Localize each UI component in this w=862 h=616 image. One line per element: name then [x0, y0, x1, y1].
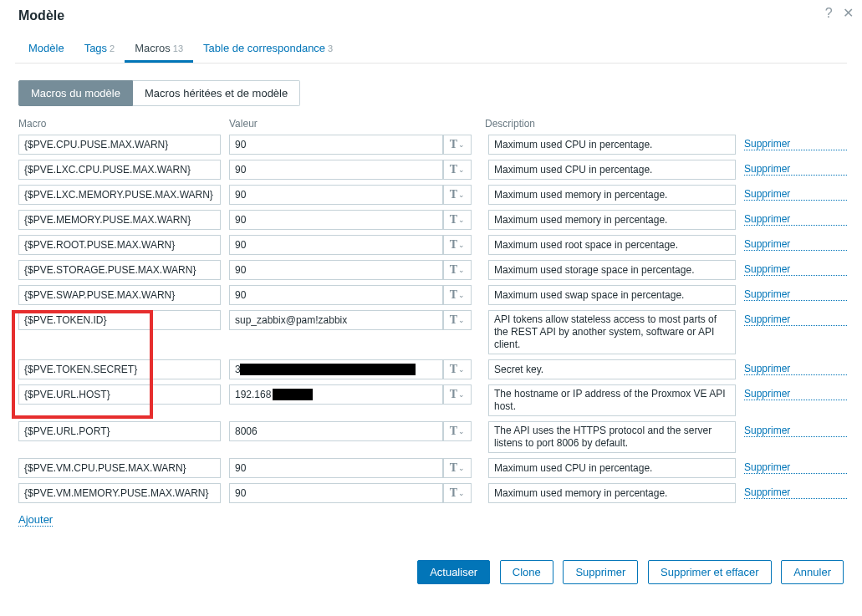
cancel-button[interactable]: Annuler: [781, 560, 844, 584]
macro-row: T⌄Maximum used CPU in percentage.Supprim…: [18, 160, 847, 180]
macro-value-input[interactable]: [229, 185, 443, 205]
add-link[interactable]: Ajouter: [18, 513, 53, 527]
header-macro: Macro: [18, 118, 221, 135]
remove-link[interactable]: Supprimer: [744, 313, 847, 326]
macro-name-input[interactable]: [18, 310, 221, 330]
macro-value-input[interactable]: [229, 285, 443, 305]
delete-clear-button[interactable]: Supprimer et effacer: [648, 560, 772, 584]
subtab-macros-du-modèle[interactable]: Macros du modèle: [18, 80, 133, 106]
header-value: Valeur: [229, 118, 477, 135]
value-type-dropdown[interactable]: T⌄: [443, 135, 472, 155]
macro-row: T⌄Maximum used storage space in percenta…: [18, 260, 847, 280]
text-type-icon: T: [450, 139, 457, 150]
macro-description[interactable]: Maximum used CPU in percentage.: [488, 135, 736, 155]
delete-button[interactable]: Supprimer: [563, 560, 638, 584]
macro-value-input[interactable]: [229, 235, 443, 255]
remove-link[interactable]: Supprimer: [744, 461, 847, 474]
macro-row: T⌄The API uses the HTTPS protocol and th…: [18, 421, 847, 453]
value-type-dropdown[interactable]: T⌄: [443, 210, 472, 230]
help-icon[interactable]: ?: [825, 6, 833, 20]
macro-name-input[interactable]: [18, 285, 221, 305]
redacted-block: [240, 364, 416, 375]
macro-description[interactable]: Maximum used memory in percentage.: [488, 210, 736, 230]
macro-name-input[interactable]: [18, 135, 221, 155]
remove-link[interactable]: Supprimer: [744, 188, 847, 201]
macro-row: T⌄Maximum used memory in percentage.Supp…: [18, 210, 847, 230]
tab-macros[interactable]: Macros13: [125, 35, 193, 63]
value-type-dropdown[interactable]: T⌄: [443, 310, 472, 330]
macro-name-input[interactable]: [18, 384, 221, 405]
text-type-icon: T: [450, 164, 457, 176]
macro-value-input[interactable]: [229, 210, 443, 230]
macro-name-input[interactable]: [18, 483, 221, 503]
macro-description[interactable]: The API uses the HTTPS protocol and the …: [488, 421, 736, 453]
macro-name-input[interactable]: [18, 160, 221, 180]
macro-name-input[interactable]: [18, 260, 221, 280]
chevron-down-icon: ⌄: [458, 267, 465, 274]
redacted-block: [273, 389, 313, 400]
update-button[interactable]: Actualiser: [417, 560, 490, 584]
chevron-down-icon: ⌄: [458, 216, 465, 224]
value-type-dropdown[interactable]: T⌄: [443, 285, 472, 305]
tab-modèle[interactable]: Modèle: [18, 35, 74, 63]
clone-button[interactable]: Clone: [500, 560, 553, 584]
tab-count: 2: [110, 43, 115, 53]
remove-link[interactable]: Supprimer: [744, 288, 847, 301]
macro-value-input[interactable]: [229, 135, 443, 155]
macro-description[interactable]: Secret key.: [488, 359, 736, 379]
macro-row: T⌄Maximum used memory in percentage.Supp…: [18, 483, 847, 503]
value-type-dropdown[interactable]: T⌄: [443, 235, 472, 255]
macro-description[interactable]: Maximum used swap space in percentage.: [488, 285, 736, 305]
text-type-icon: T: [450, 289, 457, 301]
value-type-dropdown[interactable]: T⌄: [443, 185, 472, 205]
remove-link[interactable]: Supprimer: [744, 163, 847, 176]
value-type-dropdown[interactable]: T⌄: [443, 458, 472, 478]
macro-description[interactable]: API tokens allow stateless access to mos…: [488, 310, 736, 354]
macro-value-input[interactable]: [229, 421, 443, 441]
macro-name-input[interactable]: [18, 458, 221, 478]
value-type-dropdown[interactable]: T⌄: [443, 384, 472, 405]
macro-name-input[interactable]: [18, 421, 221, 441]
value-type-dropdown[interactable]: T⌄: [443, 483, 472, 503]
macro-name-input[interactable]: [18, 359, 221, 379]
window-controls: ? ✕: [819, 5, 854, 21]
macro-value-input[interactable]: [229, 260, 443, 280]
remove-link[interactable]: Supprimer: [744, 425, 847, 437]
text-type-icon: T: [450, 389, 457, 400]
remove-link[interactable]: Supprimer: [744, 238, 847, 251]
value-type-dropdown[interactable]: T⌄: [443, 359, 472, 379]
macro-description[interactable]: The hostname or IP address of the Proxmo…: [488, 384, 736, 416]
macro-description[interactable]: Maximum used storage space in percentage…: [488, 260, 736, 280]
chevron-down-icon: ⌄: [458, 292, 465, 299]
macro-description[interactable]: Maximum used memory in percentage.: [488, 483, 736, 503]
remove-link[interactable]: Supprimer: [744, 263, 847, 276]
macro-description[interactable]: Maximum used CPU in percentage.: [488, 458, 736, 478]
macro-value-input[interactable]: [229, 310, 443, 330]
value-type-dropdown[interactable]: T⌄: [443, 160, 472, 180]
tab-tags[interactable]: Tags2: [74, 35, 125, 63]
macro-name-input[interactable]: [18, 210, 221, 230]
macro-value-input[interactable]: [229, 160, 443, 180]
value-type-dropdown[interactable]: T⌄: [443, 260, 472, 280]
macro-description[interactable]: Maximum used CPU in percentage.: [488, 160, 736, 180]
tab-table-de-correspondance[interactable]: Table de correspondance3: [193, 35, 343, 63]
macro-description[interactable]: Maximum used memory in percentage.: [488, 185, 736, 205]
tab-count: 13: [173, 43, 183, 53]
remove-link[interactable]: Supprimer: [744, 138, 847, 150]
text-type-icon: T: [450, 364, 457, 375]
macro-value-input[interactable]: [229, 384, 443, 405]
macro-value-input[interactable]: [229, 483, 443, 503]
remove-link[interactable]: Supprimer: [744, 486, 847, 499]
macro-name-input[interactable]: [18, 235, 221, 255]
close-icon[interactable]: ✕: [843, 6, 854, 20]
value-type-dropdown[interactable]: T⌄: [443, 421, 472, 441]
macro-description[interactable]: Maximum used root space in percentage.: [488, 235, 736, 255]
macro-value-input[interactable]: [229, 458, 443, 478]
remove-link[interactable]: Supprimer: [744, 363, 847, 375]
macro-name-input[interactable]: [18, 185, 221, 205]
remove-link[interactable]: Supprimer: [744, 213, 847, 226]
footer-buttons: Actualiser Clone Supprimer Supprimer et …: [15, 560, 847, 584]
remove-link[interactable]: Supprimer: [744, 388, 847, 400]
subtab-macros-héritées-et-de-modèle[interactable]: Macros héritées et de modèle: [133, 80, 300, 106]
macro-row: T⌄The hostname or IP address of the Prox…: [18, 384, 847, 416]
